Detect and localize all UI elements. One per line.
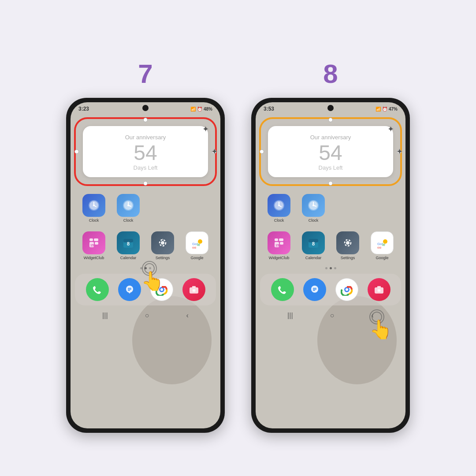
widget-area-8[interactable]: ✦ ✦ Our anniversary 54 Days Left (256, 116, 405, 187)
home-screen-7: ✦ ✦ Our anniversary 54 Days Left 👆 (71, 114, 220, 428)
chrome-icon-8[interactable] (335, 278, 358, 301)
svg-point-52 (346, 241, 350, 245)
dock-chrome-7[interactable] (147, 278, 176, 301)
svg-text:8: 8 (312, 241, 315, 246)
dock-chrome-8[interactable] (332, 278, 361, 301)
phone-screen-8: 3:53 📶 ⏰ 47% (256, 102, 405, 428)
main-container: 7 3:23 📶 ⏰ 48% (66, 43, 410, 433)
status-icons-7: 📶 ⏰ 48% (190, 107, 212, 112)
time-7: 3:23 (78, 106, 89, 112)
nav-back-8[interactable]: ||| (287, 312, 293, 320)
settings-icon-7[interactable] (151, 231, 174, 254)
svg-point-4 (93, 205, 95, 206)
camera-icon-7[interactable] (182, 278, 205, 301)
app-widgetclub-7[interactable]: 15 WidgetClub (78, 231, 109, 260)
google-icon-7[interactable]: Go og le (186, 231, 208, 254)
app-google-7[interactable]: Go og le Google (182, 231, 212, 260)
handle-top-7[interactable] (143, 118, 148, 122)
widgetclub-label-7: WidgetClub (84, 256, 104, 260)
sparkle2-8: ✦ (396, 147, 403, 156)
nav-home-7[interactable]: ○ (145, 312, 149, 320)
clock2-label-7: Clock (123, 218, 134, 223)
messages-icon-8[interactable] (303, 278, 326, 301)
phone-8: 3:53 📶 ⏰ 47% (251, 98, 410, 433)
app-settings-8[interactable]: Settings (332, 231, 363, 260)
alarm-icon-8: ⏰ (382, 107, 387, 112)
svg-text:og: og (192, 245, 196, 249)
sparkle-7: ✦ (202, 124, 209, 134)
handle-left-7[interactable] (74, 149, 79, 154)
app-clock1-7[interactable]: Clock (78, 194, 109, 223)
app-empty1-7 (147, 194, 178, 223)
dock-7 (75, 274, 216, 305)
clock1-icon-8[interactable] (268, 194, 290, 217)
settings-label-8: Settings (341, 256, 355, 260)
app-google-8[interactable]: Go og le Google (367, 231, 398, 260)
calendar-label-8: Calendar (305, 256, 322, 260)
settings-label-7: Settings (156, 256, 170, 260)
svg-text:15: 15 (90, 244, 94, 247)
svg-text:15: 15 (275, 244, 279, 247)
app-clock2-7[interactable]: Clock (113, 194, 144, 223)
status-bar-8: 3:53 📶 ⏰ 47% (256, 102, 405, 114)
alarm-icon-7: ⏰ (197, 107, 202, 112)
battery-7: 48% (204, 107, 212, 112)
clock1-icon-7[interactable] (82, 194, 105, 217)
app-grid-row1-8: Clock (256, 187, 405, 227)
camera-icon-8[interactable] (368, 278, 390, 301)
nav-recents-7[interactable]: ‹ (186, 312, 189, 320)
step-number-7: 7 (138, 61, 152, 87)
svg-rect-65 (377, 286, 381, 288)
nav-home-8[interactable]: ○ (330, 312, 335, 320)
svg-rect-44 (275, 238, 278, 241)
svg-point-29 (160, 288, 163, 291)
widget-subtitle-7: Days Left (90, 164, 201, 171)
app-grid-row2-8: 15 WidgetClub 8 (256, 227, 405, 264)
sparkle2-7: ✦ (211, 147, 218, 156)
dock-camera-7[interactable] (179, 278, 208, 301)
phone-icon-8[interactable] (271, 278, 294, 301)
settings-icon-8[interactable] (336, 231, 359, 254)
clock2-icon-7[interactable] (117, 194, 140, 217)
phone-7: 3:23 📶 ⏰ 48% (66, 98, 225, 433)
handle-top-8[interactable] (328, 118, 333, 122)
status-bar-7: 3:23 📶 ⏰ 48% (71, 102, 220, 114)
app-calendar-8[interactable]: 8 Calendar (298, 231, 329, 260)
phone-icon-7[interactable] (86, 278, 109, 301)
home-screen-8: ✦ ✦ Our anniversary 54 Days Left 👆 (256, 114, 405, 428)
dock-camera-8[interactable] (364, 278, 393, 301)
chrome-icon-7[interactable] (150, 278, 173, 301)
widget-card-8: Our anniversary 54 Days Left (268, 126, 393, 177)
google-icon-8[interactable]: Go og le (371, 231, 394, 254)
nav-back-7[interactable]: ||| (102, 312, 108, 320)
dock-messages-7[interactable] (115, 278, 144, 301)
svg-point-9 (127, 205, 129, 206)
google-label-8: Google (376, 256, 388, 260)
widgetclub-icon-8[interactable]: 15 (268, 231, 290, 254)
dock-phone-8[interactable] (268, 278, 297, 301)
svg-point-18 (161, 241, 164, 245)
battery-8: 47% (389, 107, 398, 112)
dock-phone-7[interactable] (83, 278, 112, 301)
widget-outer-7[interactable]: ✦ ✦ Our anniversary 54 Days Left (77, 120, 214, 183)
calendar-icon-7[interactable]: 8 (117, 231, 140, 254)
handle-bottom-8[interactable] (328, 181, 333, 186)
messages-icon-7[interactable] (118, 278, 141, 301)
widget-number-7: 54 (90, 142, 201, 164)
app-widgetclub-8[interactable]: 15 WidgetClub (264, 231, 294, 260)
app-calendar-7[interactable]: 8 Calendar (113, 231, 144, 260)
handle-left-8[interactable] (260, 149, 264, 154)
widget-area-7[interactable]: ✦ ✦ Our anniversary 54 Days Left (71, 116, 220, 187)
widget-outer-8[interactable]: ✦ ✦ Our anniversary 54 Days Left (262, 120, 399, 183)
calendar-icon-8[interactable]: 8 (302, 231, 325, 254)
app-clock2-8[interactable]: Clock (298, 194, 329, 223)
widget-title-7: Our anniversary (90, 134, 201, 141)
app-empty2-7 (182, 194, 212, 223)
app-settings-7[interactable]: Settings (147, 231, 178, 260)
app-clock1-8[interactable]: Clock (264, 194, 294, 223)
widgetclub-icon-7[interactable]: 15 (82, 231, 105, 254)
dock-messages-8[interactable] (300, 278, 329, 301)
handle-bottom-7[interactable] (143, 181, 148, 186)
widget-subtitle-8: Days Left (275, 164, 386, 171)
clock2-icon-8[interactable] (302, 194, 325, 217)
